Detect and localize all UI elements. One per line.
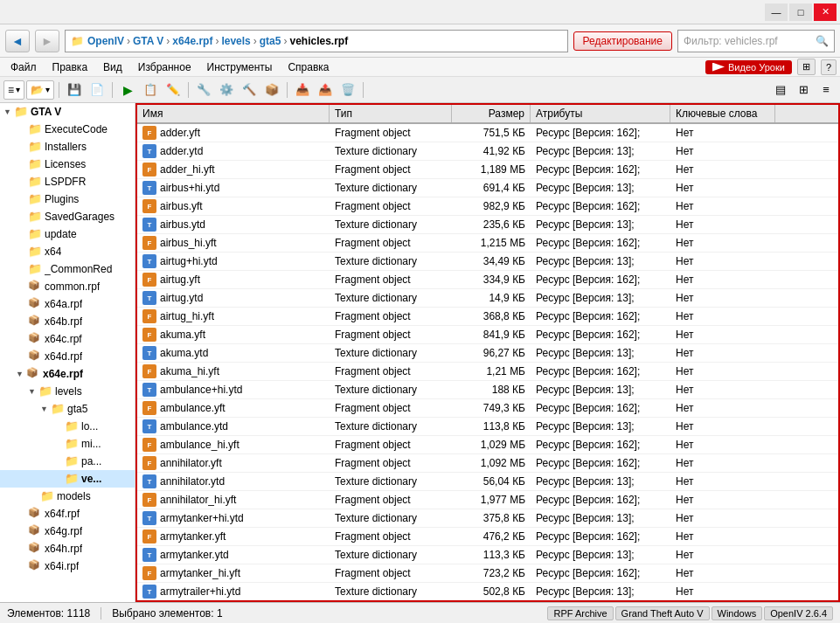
table-row[interactable]: F ambulance.yft Fragment object 749,3 КБ… bbox=[137, 399, 838, 418]
toolbar-btn-9[interactable]: 📥 bbox=[292, 80, 313, 100]
menu-edit[interactable]: Правка bbox=[45, 59, 95, 75]
table-row[interactable]: F adder.yft Fragment object 751,5 КБ Рес… bbox=[137, 124, 838, 142]
status-gtav[interactable]: Grand Theft Auto V bbox=[615, 606, 710, 620]
col-header-name[interactable]: Имя bbox=[137, 105, 330, 122]
menu-tools[interactable]: Инструменты bbox=[200, 59, 280, 75]
menu-view[interactable]: Вид bbox=[96, 59, 129, 75]
sidebar-item-5[interactable]: 📁Plugins bbox=[0, 190, 135, 208]
filter-bar[interactable]: Фильтр: vehicles.rpf 🔍 bbox=[677, 30, 835, 52]
bc-gta5[interactable]: gta5 bbox=[260, 35, 281, 47]
sidebar-item-25[interactable]: 📦x64h.rpf bbox=[0, 540, 135, 557]
sidebar-item-17[interactable]: ▼📁gta5 bbox=[0, 400, 135, 418]
table-row[interactable]: T ambulance.ytd Texture dictionary 113,8… bbox=[137, 418, 838, 436]
bc-levels[interactable]: levels bbox=[221, 35, 250, 47]
table-row[interactable]: F airtug.yft Fragment object 334,9 КБ Ре… bbox=[137, 271, 838, 289]
toolbar-btn-11[interactable]: 🗑️ bbox=[337, 80, 358, 100]
table-row[interactable]: F annihilator_hi.yft Fragment object 1,9… bbox=[137, 491, 838, 509]
table-row[interactable]: F airtug_hi.yft Fragment object 368,8 КБ… bbox=[137, 308, 838, 326]
table-row[interactable]: T annihilator.ytd Texture dictionary 56,… bbox=[137, 473, 838, 491]
status-windows[interactable]: Windows bbox=[712, 606, 763, 620]
toolbar-btn-7[interactable]: 🔨 bbox=[239, 80, 260, 100]
sidebar-item-15[interactable]: ▼📦x64e.rpf bbox=[0, 365, 135, 383]
table-row[interactable]: T airbus.ytd Texture dictionary 235,6 КБ… bbox=[137, 216, 838, 234]
bc-gtav[interactable]: GTA V bbox=[133, 35, 163, 47]
help-button[interactable]: ? bbox=[821, 59, 837, 75]
sidebar-item-11[interactable]: 📦x64a.rpf bbox=[0, 295, 135, 313]
toolbar-view-3[interactable]: ≡ bbox=[816, 80, 837, 100]
sidebar-item-10[interactable]: 📦common.rpf bbox=[0, 278, 135, 295]
sidebar-item-26[interactable]: 📦x64i.rpf bbox=[0, 557, 135, 575]
minimize-button[interactable]: — bbox=[765, 3, 788, 21]
menu-help[interactable]: Справка bbox=[281, 59, 336, 75]
sidebar-item-23[interactable]: 📦x64f.rpf bbox=[0, 505, 135, 523]
sidebar-item-2[interactable]: 📁Installers bbox=[0, 138, 135, 156]
table-row[interactable]: T adder.ytd Texture dictionary 41,92 КБ … bbox=[137, 142, 838, 161]
edit-button[interactable]: Редактирование bbox=[573, 31, 672, 51]
search-icon[interactable]: 🔍 bbox=[816, 35, 829, 47]
sidebar-item-6[interactable]: 📁SavedGarages bbox=[0, 208, 135, 225]
table-row[interactable]: T armytanker+hi.ytd Texture dictionary 3… bbox=[137, 509, 838, 528]
menu-file[interactable]: Файл bbox=[3, 59, 44, 75]
toolbar-btn-5[interactable]: 🔧 bbox=[193, 80, 214, 100]
sidebar-item-8[interactable]: 📁x64 bbox=[0, 243, 135, 260]
toolbar-play-button[interactable]: ▶ bbox=[117, 80, 138, 100]
sidebar-item-14[interactable]: 📦x64d.rpf bbox=[0, 348, 135, 365]
sidebar-item-21[interactable]: 📁ve... bbox=[0, 470, 135, 488]
yt-button[interactable]: Видео Уроки bbox=[705, 60, 792, 74]
col-header-keys[interactable]: Ключевые слова bbox=[670, 105, 775, 122]
close-button[interactable]: ✕ bbox=[814, 3, 837, 21]
sidebar-item-7[interactable]: 📁update bbox=[0, 225, 135, 243]
sidebar-item-1[interactable]: 📁ExecuteCode bbox=[0, 121, 135, 138]
table-row[interactable]: F akuma_hi.yft Fragment object 1,21 МБ Р… bbox=[137, 363, 838, 381]
sidebar-item-16[interactable]: ▼📁levels bbox=[0, 383, 135, 400]
sidebar-item-19[interactable]: 📁mi... bbox=[0, 435, 135, 453]
sidebar-item-24[interactable]: 📦x64g.rpf bbox=[0, 523, 135, 540]
table-row[interactable]: F annihilator.yft Fragment object 1,092 … bbox=[137, 454, 838, 473]
view-mode-button[interactable]: ⊞ bbox=[797, 59, 816, 75]
table-row[interactable]: T armytanker.ytd Texture dictionary 113,… bbox=[137, 546, 838, 564]
bc-vehicles[interactable]: vehicles.rpf bbox=[289, 35, 348, 47]
sidebar-item-12[interactable]: 📦x64b.rpf bbox=[0, 313, 135, 330]
table-row[interactable]: T akuma.ytd Texture dictionary 96,27 КБ … bbox=[137, 344, 838, 363]
toolbar-btn-3[interactable]: 📋 bbox=[140, 80, 161, 100]
table-row[interactable]: T airbus+hi.ytd Texture dictionary 691,4… bbox=[137, 179, 838, 197]
table-row[interactable]: T airtug.ytd Texture dictionary 14,9 КБ … bbox=[137, 289, 838, 308]
toolbar-btn-8[interactable]: 📦 bbox=[261, 80, 282, 100]
col-header-attr[interactable]: Атрибуты bbox=[531, 105, 670, 122]
col-header-type[interactable]: Тип bbox=[330, 105, 452, 122]
forward-button[interactable]: ► bbox=[35, 30, 59, 52]
sidebar-item-4[interactable]: 📁LSPDFR bbox=[0, 173, 135, 190]
status-rpf[interactable]: RPF Archive bbox=[547, 606, 613, 620]
toolbar-dropdown-1[interactable]: ≡▾ bbox=[3, 80, 24, 100]
sidebar-item-20[interactable]: 📁pa... bbox=[0, 453, 135, 470]
col-header-size[interactable]: Размер bbox=[452, 105, 531, 122]
toolbar-view-2[interactable]: ⊞ bbox=[793, 80, 814, 100]
sidebar-item-13[interactable]: 📦x64c.rpf bbox=[0, 330, 135, 348]
toolbar-btn-10[interactable]: 📤 bbox=[315, 80, 336, 100]
toolbar-new-button[interactable]: 📄 bbox=[87, 80, 108, 100]
table-row[interactable]: F adder_hi.yft Fragment object 1,189 МБ … bbox=[137, 161, 838, 179]
table-row[interactable]: F armytanker.yft Fragment object 476,2 К… bbox=[137, 528, 838, 546]
toolbar-btn-6[interactable]: ⚙️ bbox=[216, 80, 237, 100]
bc-openiv[interactable]: OpenIV bbox=[87, 35, 124, 47]
toolbar-btn-4[interactable]: ✏️ bbox=[163, 80, 184, 100]
table-row[interactable]: T airtug+hi.ytd Texture dictionary 34,49… bbox=[137, 253, 838, 271]
sidebar-item-3[interactable]: 📁Licenses bbox=[0, 156, 135, 173]
table-row[interactable]: T armytrailer+hi.ytd Texture dictionary … bbox=[137, 583, 838, 600]
menu-favorites[interactable]: Избранное bbox=[131, 59, 198, 75]
breadcrumb[interactable]: 📁 OpenIV › GTA V › x64e.rpf › levels › g… bbox=[65, 30, 568, 52]
table-row[interactable]: F ambulance_hi.yft Fragment object 1,029… bbox=[137, 436, 838, 454]
table-row[interactable]: F armytanker_hi.yft Fragment object 723,… bbox=[137, 564, 838, 583]
toolbar-dropdown-2[interactable]: 📂▾ bbox=[26, 80, 54, 100]
table-row[interactable]: T ambulance+hi.ytd Texture dictionary 18… bbox=[137, 381, 838, 399]
sidebar-item-18[interactable]: 📁lo... bbox=[0, 418, 135, 435]
sidebar-item-0[interactable]: ▼📁GTA V bbox=[0, 103, 135, 121]
sidebar-item-22[interactable]: 📁models bbox=[0, 488, 135, 505]
maximize-button[interactable]: □ bbox=[789, 3, 812, 21]
table-row[interactable]: F airbus.yft Fragment object 982,9 КБ Ре… bbox=[137, 197, 838, 216]
status-openiv[interactable]: OpenIV 2.6.4 bbox=[764, 606, 833, 620]
back-button[interactable]: ◄ bbox=[5, 30, 30, 52]
sidebar-item-9[interactable]: 📁_CommonRed bbox=[0, 260, 135, 278]
bc-x64e[interactable]: x64e.rpf bbox=[172, 35, 212, 47]
toolbar-view-1[interactable]: ▤ bbox=[770, 80, 791, 100]
